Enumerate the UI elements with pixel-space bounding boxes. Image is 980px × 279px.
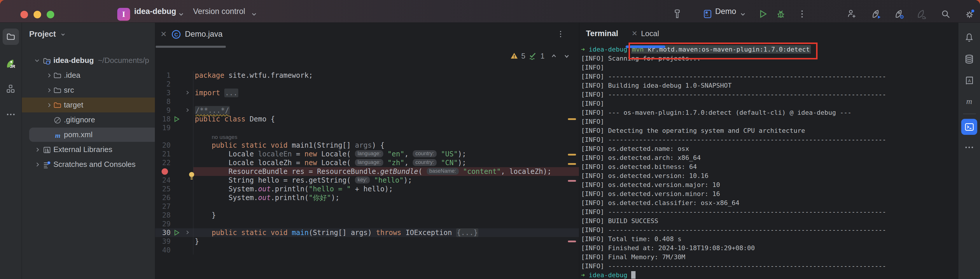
line-number[interactable]: 27 (155, 202, 171, 211)
line-number[interactable]: 22 (155, 159, 171, 167)
project-toolwindow-button[interactable] (3, 29, 19, 45)
close-terminal-tab-icon[interactable]: ✕ (632, 29, 638, 38)
terminal-line: [INFO] os.detected.version.minor: 16 (581, 189, 958, 198)
line-number[interactable]: 21 (155, 150, 171, 159)
line-number[interactable]: 28 (155, 211, 171, 220)
inspections-widget[interactable]: 5 1 (510, 51, 571, 60)
gutter[interactable] (155, 132, 171, 141)
parameter-hint-chip: key: (355, 176, 370, 184)
line-number[interactable]: 9 (155, 106, 171, 115)
line-number[interactable]: 40 (155, 246, 171, 255)
terminal-line: [INFO] Building idea-debug 1.0-SNAPSHOT (581, 81, 958, 90)
line-number[interactable]: 8 (155, 97, 171, 106)
tree-item-target[interactable]: target (22, 98, 155, 113)
terminal-toolwindow-button[interactable] (961, 119, 977, 135)
terminal-line: [INFO] Total time: 0.408 s (581, 235, 958, 244)
error-stripe-mark[interactable] (568, 163, 576, 165)
line-number[interactable]: 3 (155, 89, 171, 97)
error-stripe-mark[interactable] (568, 241, 576, 242)
minimize-window-button[interactable] (33, 11, 41, 18)
close-tab-icon[interactable]: ✕ (161, 30, 167, 39)
fold-gutter-icon[interactable] (185, 90, 190, 95)
version-control-menu[interactable]: Version control (193, 0, 245, 23)
more-actions-kebab-icon[interactable] (797, 9, 807, 19)
terminal-line: [INFO] os.detected.classifier: osx-x86_6… (581, 198, 958, 208)
run-gutter-icon[interactable] (173, 116, 180, 122)
code-line: 28 } (155, 211, 579, 220)
editor-options-kebab-icon[interactable] (556, 30, 565, 38)
line-number[interactable]: 19 (155, 124, 171, 132)
code-text: System.out.println("hello = " + hello); (193, 185, 579, 193)
line-number[interactable]: 20 (155, 141, 171, 150)
error-stripe-mark[interactable] (568, 180, 576, 182)
terminal-line: [INFO] (581, 117, 958, 126)
maven-toolwindow-icon[interactable]: m (961, 94, 977, 110)
usages-hint[interactable]: no usages (212, 134, 237, 140)
project-name-menu[interactable]: idea-debug (134, 0, 176, 23)
zoom-window-button[interactable] (47, 11, 54, 18)
structure-toolwindow-button[interactable] (3, 81, 19, 97)
more-toolwindows-button[interactable] (961, 139, 977, 155)
close-window-button[interactable] (21, 11, 28, 18)
project-panel-header[interactable]: Project (29, 30, 67, 39)
search-everywhere-icon[interactable] (940, 9, 951, 19)
chevron-right-icon[interactable] (46, 72, 53, 79)
terminal-output[interactable]: ➜ idea-debug mvn kr.motd.maven:os-maven-… (579, 44, 958, 279)
line-number[interactable]: 29 (155, 220, 171, 228)
debug-button[interactable] (776, 9, 786, 19)
tree-item-idea-debug[interactable]: idea-debug~/Documents/p (22, 53, 155, 68)
line-number[interactable]: 24 (155, 176, 171, 185)
code-area[interactable]: 1package site.wtfu.framework;23import ..… (155, 70, 579, 255)
fold-gutter-icon[interactable] (185, 230, 190, 235)
run-button[interactable] (758, 9, 768, 19)
chevron-right-icon[interactable] (34, 146, 41, 153)
tree-item-pom-xml[interactable]: mpom.xml (22, 127, 155, 142)
breakpoint-icon[interactable] (162, 168, 168, 175)
project-tree: idea-debug~/Documents/p.ideasrctarget.gi… (22, 53, 155, 172)
tree-item-external-libraries[interactable]: External Libraries (22, 142, 155, 157)
line-number[interactable]: 1 (155, 71, 171, 80)
tree-item-label: pom.xml (64, 130, 92, 139)
fold-gutter-icon[interactable] (185, 108, 190, 113)
intention-bulb-icon[interactable] (188, 171, 196, 180)
tab-demo-java[interactable]: Demo.java (185, 23, 223, 46)
error-stripe-mark[interactable] (568, 154, 576, 155)
line-number[interactable]: 30 (155, 228, 171, 237)
terminal-line: [INFO] os.detected.arch: x86_64 (581, 153, 958, 162)
jrebel-toolwindow-button[interactable]: JR (3, 55, 19, 72)
tree-item--idea[interactable]: .idea (22, 68, 155, 83)
chevron-right-icon[interactable] (46, 101, 53, 109)
run-config-icon[interactable] (703, 9, 713, 19)
documentation-book-icon[interactable]: A (961, 72, 977, 89)
chevron-right-icon[interactable] (46, 87, 53, 94)
ignored-icon (53, 116, 62, 124)
code-line: 20 public static void main1(String[] arg… (155, 141, 579, 150)
build-hammer-icon[interactable] (672, 9, 682, 19)
next-problem-icon[interactable] (563, 52, 571, 60)
database-icon[interactable] (961, 51, 977, 67)
previous-problem-icon[interactable] (550, 52, 558, 60)
run-config-selector[interactable]: Demo (715, 0, 736, 23)
more-toolwindows-button[interactable] (3, 106, 19, 123)
settings-gear-icon[interactable] (964, 9, 974, 19)
terminal-line: [INFO] ---------------------------------… (581, 135, 958, 144)
tree-item-src[interactable]: src (22, 83, 155, 98)
line-number[interactable]: 39 (155, 237, 171, 246)
run-gutter-icon[interactable] (173, 230, 180, 236)
line-number[interactable]: 26 (155, 193, 171, 202)
chevron-down-icon[interactable] (33, 57, 41, 64)
tree-item-scratches-and-consoles[interactable]: Scratches and Consoles (22, 157, 155, 172)
line-number[interactable]: 18 (155, 115, 171, 124)
terminal-line: [INFO] BUILD SUCCESS (581, 216, 958, 225)
code-text (193, 220, 579, 228)
line-number[interactable]: 2 (155, 80, 171, 89)
profiler-run-icon[interactable] (871, 9, 881, 19)
terminal-tab-local[interactable]: Local (641, 29, 659, 38)
line-number[interactable]: 25 (155, 185, 171, 193)
profiler-settings-icon[interactable] (894, 9, 904, 19)
code-with-me-add-user-icon[interactable] (847, 9, 857, 19)
error-stripe-mark[interactable] (568, 118, 576, 120)
tree-item--gitignore[interactable]: .gitignore (22, 113, 155, 127)
chevron-right-icon[interactable] (34, 161, 41, 168)
notifications-bell-icon[interactable] (961, 29, 977, 46)
